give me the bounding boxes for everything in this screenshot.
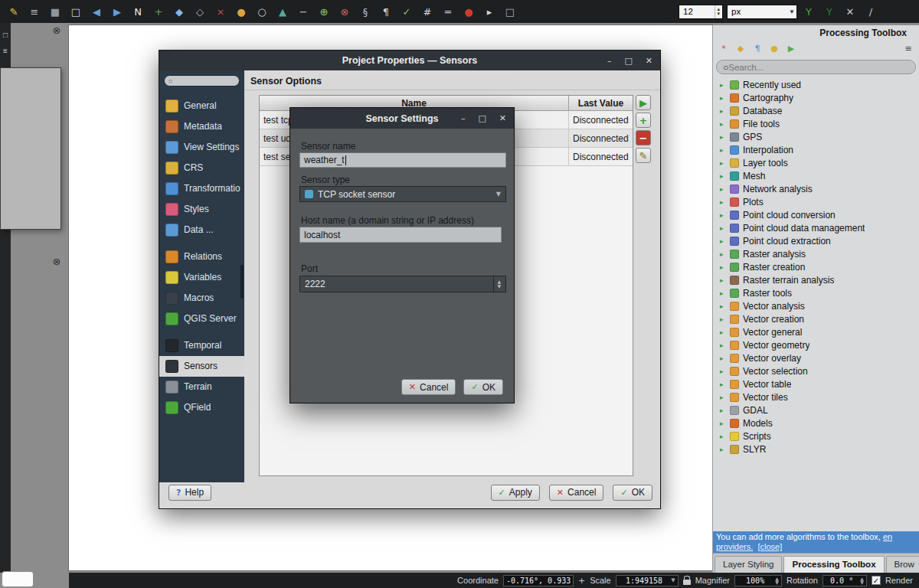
toolbox-tree-item[interactable]: ▸ Point cloud extraction — [713, 234, 919, 247]
sidebar-scrollbar[interactable] — [240, 265, 244, 299]
edit-sensor-button[interactable]: ✎ — [636, 148, 651, 163]
sidebar-item[interactable]: Sensors — [159, 356, 244, 377]
toolbox-tree-item[interactable]: ▸ Raster analysis — [713, 247, 919, 260]
toolbox-tree-item[interactable]: ▸ Database — [713, 104, 919, 117]
results-icon[interactable]: ▶ — [784, 41, 798, 55]
toolbox-tree-item[interactable]: ▸ Vector general — [713, 325, 919, 338]
annotation-icon[interactable]: ¶ — [378, 4, 394, 19]
expand-arrow-icon[interactable]: ▸ — [720, 159, 726, 167]
sidebar-search-input[interactable] — [175, 77, 235, 85]
sidebar-search-box[interactable]: ○ — [164, 75, 240, 87]
grid-icon[interactable]: # — [420, 4, 435, 19]
expand-arrow-icon[interactable]: ▸ — [720, 446, 726, 453]
toolbox-search-input[interactable] — [728, 63, 909, 72]
toolbox-tree-item[interactable]: ▸ Vector analysis — [713, 299, 919, 312]
toolbox-tree-item[interactable]: ▸ Point cloud data management — [713, 221, 919, 234]
sidebar-item[interactable]: Terrain — [159, 377, 244, 397]
split-features-icon[interactable]: − — [296, 4, 311, 19]
circle-tool-icon[interactable]: ● — [234, 4, 249, 19]
toolbox-tree-item[interactable]: ▸ Vector table — [713, 377, 919, 390]
ok-button[interactable]: ✓ OK — [613, 485, 652, 501]
toolbox-tree-item[interactable]: ▸ Vector selection — [713, 364, 919, 377]
toolbox-tree-item[interactable]: ▸ Network analysis — [713, 182, 919, 195]
toolbox-tree-item[interactable]: ▸ Vector geometry — [713, 338, 919, 351]
expand-arrow-icon[interactable]: ▸ — [720, 354, 726, 362]
expand-arrow-icon[interactable]: ▸ — [720, 133, 726, 141]
toolbox-tree-item[interactable]: ▸ Layer tools — [713, 156, 919, 169]
sensor-settings-titlebar[interactable]: Sensor Settings – □ ✕ — [290, 108, 514, 129]
clear-selection-icon[interactable]: ✕ — [842, 4, 858, 19]
toolbox-tree-item[interactable]: ▸ Models — [713, 416, 919, 430]
history-icon[interactable]: ● — [767, 41, 781, 55]
vertex-tool-icon[interactable]: ◆ — [172, 4, 187, 19]
project-properties-titlebar[interactable]: Project Properties — Sensors – □ ✕ — [159, 51, 660, 70]
globe-icon[interactable]: ● — [461, 4, 476, 19]
sidebar-item[interactable]: QField — [159, 397, 244, 418]
wrench-icon[interactable]: * — [717, 41, 731, 55]
panel-close-icon[interactable]: ⊗ — [51, 24, 63, 36]
add-feature-icon[interactable]: + — [151, 4, 166, 19]
banner-link-providers[interactable]: providers. — [716, 542, 753, 551]
sidebar-item[interactable]: Temporal — [159, 335, 244, 356]
expand-arrow-icon[interactable]: ▸ — [720, 250, 726, 258]
tab-processing-toolbox[interactable]: Processing Toolbox — [783, 556, 884, 573]
cancel-button[interactable]: ✕ Cancel — [549, 485, 604, 501]
lock-scale-icon[interactable] — [683, 580, 691, 585]
expand-arrow-icon[interactable]: ▸ — [720, 289, 726, 297]
expand-arrow-icon[interactable]: ▸ — [720, 407, 726, 414]
unit-dropdown[interactable]: ▼ — [727, 5, 797, 19]
symbol-size-input[interactable] — [679, 5, 715, 18]
map-tab[interactable] — [2, 571, 34, 587]
toggle-editing-icon[interactable]: ✎ — [6, 4, 21, 19]
expand-arrow-icon[interactable]: ▸ — [720, 315, 726, 323]
unit-value-input[interactable] — [728, 5, 787, 18]
rotation-input[interactable] — [826, 577, 858, 585]
symbol-size-spinbox[interactable]: ▲▼ — [679, 5, 723, 19]
sidebar-item[interactable]: General — [159, 96, 244, 116]
expand-arrow-icon[interactable]: ▸ — [720, 328, 726, 336]
layer-list-icon[interactable]: ≡ — [27, 4, 42, 19]
measure-icon[interactable]: ═ — [440, 4, 456, 19]
expand-arrow-icon[interactable]: ▸ — [720, 237, 726, 245]
check-geometries-icon[interactable]: ✓ — [399, 4, 414, 19]
sidebar-item[interactable]: Transformatio — [159, 178, 244, 199]
help-button[interactable]: ? Help — [168, 485, 211, 501]
sidebar-item[interactable]: Variables — [159, 267, 244, 288]
sidebar-item[interactable]: Macros — [159, 288, 244, 309]
tab-browser[interactable]: Brow — [886, 556, 919, 573]
render-checkbox[interactable]: ✓ — [872, 576, 881, 585]
delete-ring-icon[interactable]: ⊗ — [337, 4, 352, 19]
dock-layers-icon[interactable]: ≡ — [3, 47, 8, 55]
maximize-icon[interactable]: □ — [478, 113, 486, 123]
tab-layer-styling[interactable]: Layer Styling — [715, 556, 782, 573]
coordinate-input[interactable] — [506, 577, 571, 585]
trash-icon[interactable]: ■ — [47, 4, 63, 19]
expand-arrow-icon[interactable]: ▸ — [720, 146, 726, 154]
sidebar-item[interactable]: View Settings — [159, 137, 244, 158]
toolbox-tree-item[interactable]: ▸ File tools — [713, 117, 919, 130]
sidebar-item[interactable]: Relations — [159, 247, 244, 267]
magnifier-input[interactable] — [737, 577, 773, 585]
sensor-name-field[interactable]: weather_t — [299, 152, 506, 168]
connect-sensor-button[interactable]: ▶ — [636, 95, 651, 110]
toolbox-tree-item[interactable]: ▸ GDAL — [713, 403, 919, 416]
add-ring-icon[interactable]: ⊕ — [316, 4, 332, 19]
expand-arrow-icon[interactable]: ▸ — [720, 433, 726, 440]
magnifier-spinbox[interactable]: ▲▼ — [734, 575, 782, 586]
ellipse-tool-icon[interactable]: ○ — [254, 4, 270, 19]
modal-cancel-button[interactable]: ✕ Cancel — [401, 379, 456, 395]
toolbox-tree-item[interactable]: ▸ Plots — [713, 195, 919, 208]
toolbox-tree-item[interactable]: ▸ Raster tools — [713, 286, 919, 299]
port-spinbox[interactable]: 2222 ▲▼ — [299, 276, 506, 292]
expand-arrow-icon[interactable]: ▸ — [720, 107, 726, 115]
expand-arrow-icon[interactable]: ▸ — [720, 276, 726, 284]
remove-sensor-button[interactable]: − — [636, 130, 651, 145]
minimize-icon[interactable]: – — [607, 56, 612, 66]
scale-combobox[interactable]: ▼ — [616, 575, 679, 586]
undo-icon[interactable]: ◀ — [89, 4, 104, 19]
expand-arrow-icon[interactable]: ▸ — [720, 172, 726, 180]
expand-arrow-icon[interactable]: ▸ — [720, 381, 726, 388]
north-arrow-icon[interactable]: N — [130, 4, 146, 19]
slash-divider-icon[interactable]: / — [863, 4, 878, 19]
close-icon[interactable]: ✕ — [499, 113, 506, 123]
